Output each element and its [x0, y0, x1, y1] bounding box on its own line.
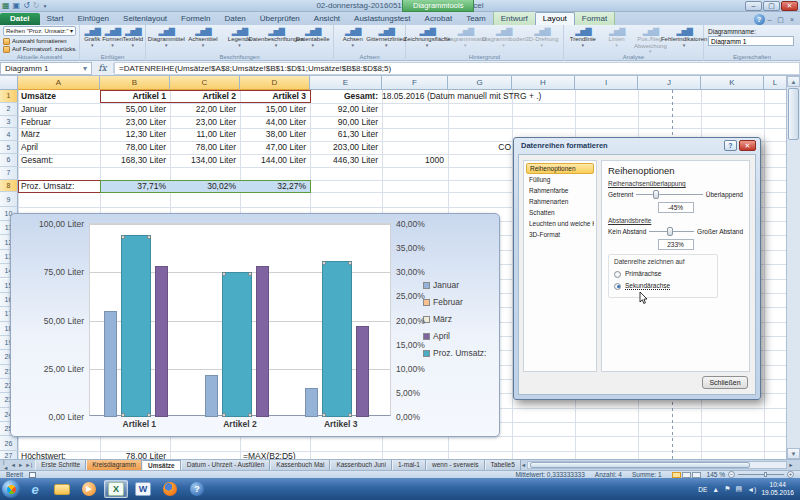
- taskbar-button-help[interactable]: ?: [185, 480, 209, 498]
- selection-handle[interactable]: [147, 235, 151, 239]
- ribbon-context-tab[interactable]: Format: [575, 13, 614, 25]
- column-header[interactable]: F: [382, 76, 448, 90]
- dialog-close-icon[interactable]: ✕: [739, 140, 756, 151]
- gap-value-input[interactable]: 233%: [658, 239, 694, 250]
- chart-bar-januar[interactable]: [305, 388, 318, 417]
- prev-sheet-icon[interactable]: ◄: [10, 462, 15, 468]
- dialog-nav-item[interactable]: Füllung: [526, 174, 594, 185]
- ribbon-button[interactable]: ▂▅▇Diagrammwand▾: [446, 26, 484, 48]
- page-break-view-icon[interactable]: [692, 472, 701, 478]
- chart-plot[interactable]: [89, 223, 391, 416]
- dialog-nav-item[interactable]: Schatten: [526, 207, 594, 218]
- ribbon-button[interactable]: ▂▅▇Datentabelle▾: [294, 26, 331, 48]
- row-header[interactable]: 1: [0, 90, 18, 103]
- row-header[interactable]: 9: [0, 192, 18, 206]
- zoom-in-icon[interactable]: +: [787, 471, 794, 478]
- column-header[interactable]: K: [701, 76, 764, 90]
- chart-name-input[interactable]: [708, 36, 794, 46]
- overlap-slider-thumb[interactable]: [653, 190, 659, 199]
- tray-expand-icon[interactable]: ▲: [712, 486, 719, 493]
- selection-handle[interactable]: [121, 413, 125, 417]
- taskbar-button-windows-explorer[interactable]: [50, 480, 74, 498]
- selection-handle[interactable]: [147, 413, 151, 417]
- ribbon-button[interactable]: ▂▅▇Zeichnungsfläche▾: [408, 26, 446, 48]
- selection-handle[interactable]: [121, 235, 125, 239]
- selection-handle[interactable]: [348, 413, 352, 417]
- row-header[interactable]: 3: [0, 116, 18, 129]
- column-header[interactable]: C: [170, 76, 240, 90]
- dialog-nav-item[interactable]: 3D-Format: [526, 229, 594, 240]
- help-icon[interactable]: ?: [754, 14, 765, 25]
- scroll-down-icon[interactable]: ▼: [787, 448, 800, 459]
- ribbon-tab[interactable]: Überprüfen: [253, 13, 307, 25]
- normal-view-icon[interactable]: [672, 472, 681, 478]
- sheet-row[interactable]: Gesamt:168,30 Liter134,00 Liter144,00 Li…: [18, 154, 448, 167]
- hscroll-left-icon[interactable]: ◄: [521, 462, 526, 468]
- zoom-out-icon[interactable]: −: [728, 471, 735, 478]
- sheet-row[interactable]: Februar23,00 Liter23,00 Liter44,00 Liter…: [18, 116, 448, 129]
- ribbon-tab[interactable]: Auslastungstest: [347, 13, 417, 25]
- maximize-button[interactable]: ▢: [763, 1, 780, 11]
- scroll-up-icon[interactable]: ▲: [787, 76, 800, 87]
- ribbon-tab[interactable]: Acrobat: [418, 13, 460, 25]
- chart-bar-januar[interactable]: [104, 311, 117, 417]
- column-header[interactable]: L: [764, 76, 786, 90]
- dialog-help-icon[interactable]: ?: [724, 140, 737, 151]
- overlap-value-input[interactable]: -45%: [658, 202, 694, 213]
- chart-bar-april[interactable]: [356, 326, 369, 417]
- row-header[interactable]: 4: [0, 128, 18, 141]
- ribbon-button[interactable]: ▂▅▇Fehlerindikatoren▾: [667, 26, 701, 48]
- sheet-tab[interactable]: Kassenbuch Juni: [330, 460, 392, 470]
- ribbon-context-tab[interactable]: Layout: [535, 12, 575, 25]
- radio-option[interactable]: Primärachse: [614, 268, 712, 280]
- sheet-tab[interactable]: wenn - sverweis: [426, 460, 485, 470]
- ribbon-button[interactable]: ▂▅▇Diagrammboden▾: [485, 26, 523, 48]
- network-icon[interactable]: ▤: [736, 485, 743, 493]
- dialog-nav-item[interactable]: Reihenoptionen: [526, 163, 594, 174]
- chart[interactable]: JanuarFebruarMärzAprilProz. Umsatz: Arti…: [10, 213, 500, 437]
- schliessen-button[interactable]: Schließen: [702, 376, 748, 389]
- chart-bar-proz-umsatz-[interactable]: [322, 261, 352, 417]
- last-sheet-icon[interactable]: ►|: [25, 462, 32, 468]
- sheet-tab[interactable]: Tabelle5: [485, 460, 521, 470]
- action-center-flag-icon[interactable]: ⚑: [724, 485, 730, 493]
- dialog-nav-item[interactable]: Rahmenfarbe: [526, 185, 594, 196]
- taskbar-button-firefox[interactable]: [158, 480, 182, 498]
- ribbon-button[interactable]: ▂▅▇Linien▾: [600, 26, 634, 48]
- ribbon-tab[interactable]: Einfügen: [70, 13, 116, 25]
- dialog-nav-item[interactable]: Rahmenarten: [526, 196, 594, 207]
- radio-option[interactable]: Sekundärachse: [614, 280, 712, 292]
- chart-bar-proz-umsatz-[interactable]: [222, 272, 252, 417]
- horizontal-scroll-thumb[interactable]: [530, 462, 750, 468]
- ribbon-button[interactable]: ▂▅▇Gitternetzlinien▾: [370, 26, 404, 48]
- ribbon-button[interactable]: ▂▅▇Formen▾: [102, 26, 122, 48]
- selection-handle[interactable]: [222, 413, 226, 417]
- sheet-tab[interactable]: Erste Schritte: [35, 460, 86, 470]
- volume-icon[interactable]: ◄): [747, 486, 756, 493]
- chart-bar-april[interactable]: [155, 266, 168, 417]
- selection-handle[interactable]: [248, 272, 252, 276]
- column-header[interactable]: I: [575, 76, 638, 90]
- next-sheet-icon[interactable]: ►: [18, 462, 23, 468]
- overlap-slider[interactable]: [636, 190, 702, 199]
- taskbar-button-internet-explorer[interactable]: e: [23, 480, 47, 498]
- workbook-window-controls[interactable]: – ▢ ×: [768, 16, 796, 24]
- sheet-tab[interactable]: 1-mal-1: [392, 460, 426, 470]
- sheet-row[interactable]: April78,00 Liter78,00 Liter47,00 Liter20…: [18, 141, 448, 154]
- column-header[interactable]: G: [448, 76, 512, 90]
- column-header[interactable]: D: [240, 76, 310, 90]
- chart-bar-april[interactable]: [256, 266, 269, 417]
- ribbon-context-tab[interactable]: Entwurf: [494, 13, 535, 25]
- row-header[interactable]: 8: [0, 180, 18, 193]
- column-header[interactable]: E: [310, 76, 382, 90]
- row-header[interactable]: 26: [0, 436, 18, 450]
- selection-handle[interactable]: [322, 261, 326, 265]
- ribbon-button[interactable]: ▂▅▇Datenbeschriftungen▾: [258, 26, 295, 48]
- zoom-slider[interactable]: [738, 472, 784, 477]
- sheet-tab[interactable]: Datum - Uhrzeit - Ausfüllen: [181, 460, 271, 470]
- column-header[interactable]: B: [100, 76, 170, 90]
- chart-bar-januar[interactable]: [205, 375, 218, 417]
- ribbon-button[interactable]: ▂▅▇Diagrammtitel▾: [148, 26, 185, 48]
- gap-slider-thumb[interactable]: [667, 227, 673, 236]
- selection-handle[interactable]: [248, 413, 252, 417]
